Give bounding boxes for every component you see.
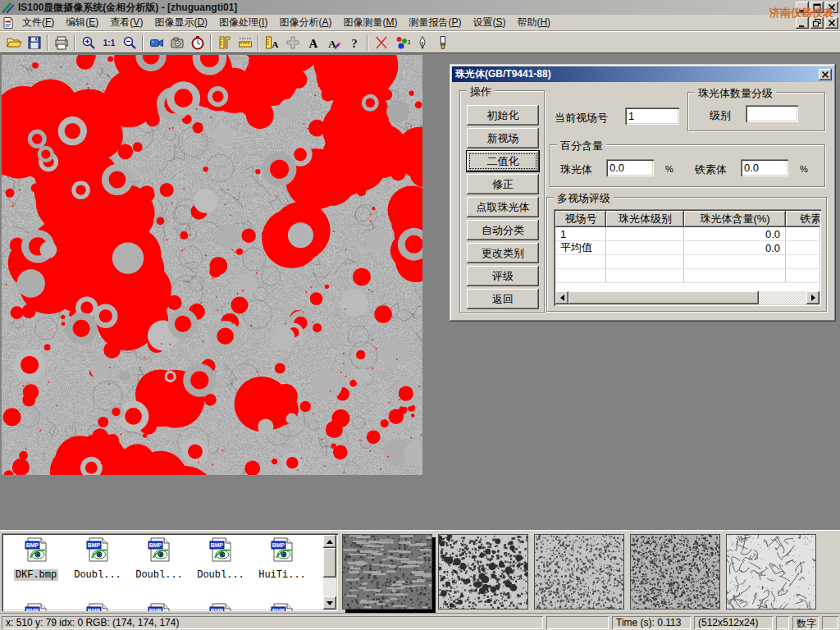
menu-item-h[interactable]: 帮助(H) [511,13,556,32]
toolbar-caliper-button[interactable] [214,34,235,52]
svg-text:A: A [272,39,278,49]
dialog-close-button[interactable] [819,69,832,80]
toolbar-actual-size-button[interactable]: 1:1 [98,34,119,52]
ferrite-percent-input[interactable] [741,159,788,176]
menu-item-e[interactable]: 编辑(E) [60,13,104,32]
menu-item-p[interactable]: 测量报告(P) [403,13,467,32]
toolbar-pen-button[interactable] [412,34,432,52]
bmp-file-icon: BMP [269,602,295,611]
toolbar-curve-tool-button[interactable] [371,34,391,52]
maximize-button[interactable] [810,2,824,13]
toolbar-open-button[interactable] [3,34,24,52]
column-header-1[interactable]: 珠光体级别 [606,211,684,227]
initialize-button[interactable]: 初始化 [467,105,539,126]
column-header-3[interactable]: 铁素体含量(%) [786,211,819,227]
menu-item-m[interactable]: 图像测量(M) [337,13,403,32]
toolbar-measure-text-button[interactable]: A [262,34,282,52]
file-item-4[interactable]: BMPHuiTi... [253,536,312,581]
auto-classify-button[interactable]: 自动分类 [467,220,539,240]
hscroll-thumb[interactable] [568,291,759,304]
file-item-2[interactable]: BMPDoubl... [130,536,189,581]
toolbar-help-button[interactable]: ? [344,34,364,52]
document-icon[interactable] [0,16,16,30]
file-item-row2-2[interactable]: BMP [130,602,189,611]
toolbar-text-button[interactable]: A [303,34,323,52]
toolbar-annotate-button[interactable]: A [323,34,344,52]
table-hscrollbar[interactable] [555,291,819,304]
pick-pearlite-button[interactable]: 点取珠光体 [467,197,539,217]
pearlite-dialog: 珠光体(GB/T9441-88) 操作 初始化新视场二值化修正点取珠光体自动分类… [450,64,836,322]
toolbar-timer-button[interactable] [187,34,208,52]
grade-button[interactable]: 评级 [467,266,539,286]
toolbar-brush-button[interactable] [432,34,453,52]
file-item-row2-0[interactable]: BMP [7,602,66,611]
micrograph-thumbnail-0[interactable] [342,534,432,609]
file-item-3[interactable]: BMPDoubl... [191,536,250,581]
table-cell: 0.0 [684,241,786,254]
menu-item-i[interactable]: 图像处理(I) [213,13,273,32]
toolbar-video-camera-button[interactable] [146,34,167,52]
current-field-input[interactable] [625,107,679,125]
scroll-left-button[interactable] [555,291,568,304]
operation-group: 操作 初始化新视场二值化修正点取珠光体自动分类更改类别评级返回 [459,90,545,313]
toolbar-count-points-button[interactable]: 3 [391,34,412,52]
scroll-up-button[interactable] [323,535,336,548]
pearlite-percent-input[interactable] [606,159,654,176]
file-item-0[interactable]: BMPDKF.bmp [7,536,66,581]
minimize-button[interactable] [796,2,809,13]
toolbar-save-button[interactable] [24,34,44,52]
grade-input[interactable] [746,105,798,122]
table-cell: 平均值 [555,241,606,254]
menu-item-v[interactable]: 查看(V) [104,13,148,32]
return-button[interactable]: 返回 [467,289,539,309]
column-header-2[interactable]: 珠光体含量(%) [684,211,786,227]
menu-item-a[interactable]: 图像分析(A) [273,13,337,32]
mdi-minimize-button[interactable] [796,17,809,29]
thumbnail-image [631,535,719,609]
grading-group: 珠光体数量分级 级别 [687,92,825,131]
micrograph-thumbnail-2[interactable] [534,534,624,609]
scroll-right-button[interactable] [806,291,819,304]
file-item-row2-3[interactable]: BMP [191,602,250,611]
toolbar-zoom-in-button[interactable] [78,34,98,52]
ruler-icon [237,34,253,51]
new-field-button[interactable]: 新视场 [467,128,539,148]
micrograph-thumbnail-4[interactable] [726,534,816,609]
save-icon [26,34,43,51]
toolbar-camera-button[interactable] [167,34,187,52]
table-cell [606,255,684,268]
toolbar-grid-button[interactable] [282,34,303,52]
toolbar-ruler-button[interactable] [235,34,255,52]
file-item-row2-4[interactable]: BMP [253,602,312,611]
multifield-group: 多视场评级 视场号珠光体级别珠光体含量(%)铁素体含量(%) 10.0平均值0.… [546,197,827,312]
menu-item-f[interactable]: 文件(F) [16,13,60,32]
toolbar-separator [47,34,48,51]
toolbar-print-button[interactable] [51,34,71,52]
close-button[interactable] [825,2,838,13]
file-item-row2-1[interactable]: BMP [68,602,127,611]
micrograph-thumbnail-1[interactable] [438,534,528,609]
multifield-group-label: 多视场评级 [554,191,614,206]
scroll-down-button[interactable] [323,596,336,609]
mdi-close-button[interactable] [825,17,838,29]
micrograph-thumbnail-3[interactable] [630,534,720,609]
column-header-0[interactable]: 视场号 [555,211,606,227]
file-list-vscrollbar[interactable] [323,535,336,609]
file-name-label: Doubl... [134,569,185,581]
change-category-button[interactable]: 更改类别 [467,243,539,263]
mdi-restore-button[interactable] [810,17,824,29]
menu-item-s[interactable]: 设置(S) [467,13,511,32]
file-item-1[interactable]: BMPDoubl... [68,536,127,581]
text-icon: A [305,34,322,51]
vscroll-thumb[interactable] [323,548,336,578]
file-list: BMPDKF.bmpBMPDoubl...BMPDoubl...BMPDoubl… [2,533,338,611]
table-cell [786,227,821,240]
toolbar-zoom-out-button[interactable] [119,34,139,52]
caliper-icon [217,34,233,51]
micrograph-image[interactable] [2,55,422,475]
menu-item-d[interactable]: 图像显示(D) [148,13,213,32]
button-label: 新视场 [487,131,519,146]
dialog-title-bar[interactable]: 珠光体(GB/T9441-88) [452,66,833,82]
binarize-button[interactable]: 二值化 [467,151,539,171]
correct-button[interactable]: 修正 [467,174,539,194]
